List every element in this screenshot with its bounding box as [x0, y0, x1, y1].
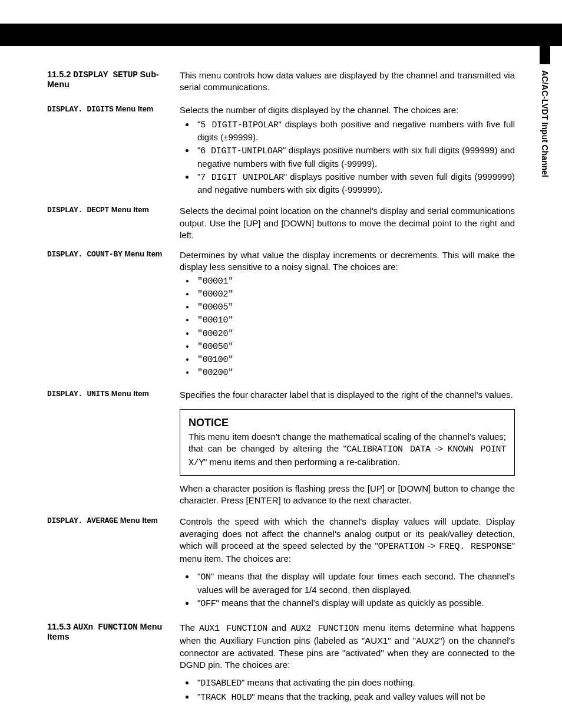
body-display-average: Controls the speed with which the channe…	[180, 516, 515, 611]
countby-opt: "00200"	[195, 367, 515, 379]
label-display-units: DISPLAY. UNITS Menu Item	[47, 389, 180, 398]
countby-opt: "00020"	[195, 328, 515, 340]
countby-opt: "00005"	[195, 302, 515, 314]
body-display-countby: Determines by what value the display inc…	[180, 249, 515, 381]
body-display-decpt: Selects the decimal point location on th…	[180, 205, 515, 241]
chapter-marker-box	[540, 42, 550, 64]
body-display-units: Specifies the four character label that …	[180, 389, 515, 507]
header-black-bar	[0, 24, 562, 46]
page-body: 11 AC/AC-LVDT Input Channel 11.5.2 DISPL…	[0, 46, 562, 728]
countby-opt: "00010"	[195, 315, 515, 327]
label-display-average: DISPLAY. AVERAGE Menu Item	[47, 516, 180, 525]
section-heading-1152: 11.5.2 DISPLAY SETUP Sub-Menu	[47, 70, 180, 89]
label-display-countby: DISPLAY. COUNT-BY Menu Item	[47, 249, 180, 259]
countby-opt: "00100"	[195, 354, 515, 366]
body-auxn: The AUX1 FUNCTION and AUX2 FUNCTION menu…	[180, 622, 515, 706]
section-heading-1153: 11.5.3 AUXn FUNCTION Menu Items	[47, 622, 180, 641]
notice-body: This menu item doesn't change the mathem…	[189, 431, 506, 469]
section-1152-intro: This menu controls how data values are d…	[180, 70, 515, 94]
countby-opt: "00001"	[195, 276, 515, 288]
label-display-decpt: DISPLAY. DECPT Menu Item	[47, 205, 180, 215]
countby-opt: "00002"	[195, 289, 515, 301]
notice-box: NOTICE This menu item doesn't change the…	[180, 409, 515, 476]
notice-title: NOTICE	[189, 416, 506, 430]
chapter-number: 11	[540, 28, 550, 38]
side-margin: 11 AC/AC-LVDT Input Channel	[540, 28, 550, 177]
chapter-title: AC/AC-LVDT Input Channel	[540, 70, 550, 177]
body-display-digits: Selects the number of digits displayed b…	[180, 104, 515, 197]
countby-opt: "00050"	[195, 341, 515, 353]
label-display-digits: DISPLAY. DIGITS Menu Item	[47, 104, 180, 114]
